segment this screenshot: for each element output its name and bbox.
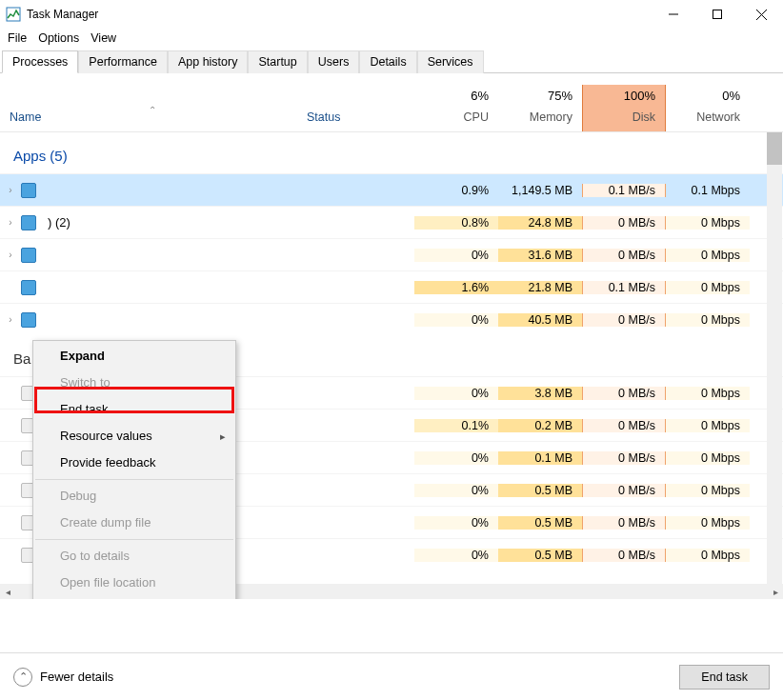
expander-icon[interactable]: › — [6, 314, 15, 325]
tab-services[interactable]: Services — [417, 50, 484, 73]
network-cell: 0 Mbps — [666, 451, 750, 465]
vertical-scrollbar[interactable] — [767, 132, 782, 599]
chevron-up-icon: ⌃ — [13, 668, 32, 687]
cpu-cell: 0.8% — [414, 216, 498, 230]
col-memory[interactable]: 75% Memory — [498, 85, 582, 131]
sort-caret-icon: ⌃ — [149, 105, 156, 115]
table-row[interactable]: ›0%31.6 MB0 MB/s0 Mbps — [0, 238, 783, 270]
network-cell: 0 Mbps — [666, 516, 750, 530]
column-headers: ⌃ Name Status 6% CPU 75% Memory 100% Dis… — [0, 85, 783, 132]
process-icon — [21, 215, 36, 230]
tab-processes[interactable]: Processes — [2, 50, 78, 73]
scroll-left-icon[interactable]: ◂ — [0, 584, 15, 599]
disk-cell: 0 MB/s — [582, 516, 666, 530]
fewer-details-button[interactable]: ⌃ Fewer details — [13, 668, 113, 687]
memory-cell: 31.6 MB — [498, 249, 582, 262]
titlebar: Task Manager — [0, 0, 783, 29]
memory-cell: 40.5 MB — [498, 313, 582, 327]
network-cell: 0 Mbps — [666, 281, 750, 294]
process-name-cell: › — [0, 312, 297, 328]
network-cell: 0 Mbps — [666, 216, 750, 230]
table-row[interactable]: ›0.9%1,149.5 MB0.1 MB/s0.1 Mbps — [0, 173, 783, 206]
disk-cell: 0.1 MB/s — [582, 184, 666, 197]
vertical-scroll-thumb[interactable] — [767, 132, 782, 165]
cpu-cell: 0% — [414, 313, 498, 327]
ctx-end-task[interactable]: End task — [33, 396, 235, 423]
memory-cell: 1,149.5 MB — [498, 184, 582, 197]
memory-cell: 0.5 MB — [498, 484, 582, 497]
menu-file[interactable]: File — [8, 31, 27, 45]
ctx-search-online[interactable]: Search online — [33, 596, 235, 599]
ctx-provide-feedback[interactable]: Provide feedback — [33, 450, 235, 476]
network-cell: 0 Mbps — [666, 313, 750, 327]
taskmanager-icon — [6, 7, 21, 22]
table-row[interactable]: 1.6%21.8 MB0.1 MB/s0 Mbps — [0, 270, 783, 303]
disk-cell: 0.1 MB/s — [582, 281, 666, 294]
col-disk[interactable]: 100% Disk — [582, 85, 666, 131]
disk-cell: 0 MB/s — [582, 249, 666, 262]
ctx-switch-to: Switch to — [33, 370, 235, 396]
process-name-suffix: ) (2) — [48, 215, 70, 230]
maximize-button[interactable] — [695, 0, 739, 29]
disk-cell: 0 MB/s — [582, 451, 666, 465]
cpu-cell: 1.6% — [414, 281, 498, 294]
menu-view[interactable]: View — [90, 31, 116, 45]
ctx-expand[interactable]: Expand — [33, 343, 235, 370]
network-cell: 0 Mbps — [666, 484, 750, 497]
footer: ⌃ Fewer details End task — [0, 652, 783, 700]
col-status[interactable]: Status — [297, 107, 414, 131]
menubar: File Options View — [0, 29, 783, 50]
memory-cell: 0.1 MB — [498, 451, 582, 465]
process-icon — [21, 183, 36, 198]
process-icon — [21, 248, 36, 263]
menu-options[interactable]: Options — [38, 31, 79, 45]
disk-cell: 0 MB/s — [582, 313, 666, 327]
close-button[interactable] — [739, 0, 783, 29]
tabstrip: Processes Performance App history Startu… — [0, 50, 783, 73]
col-name[interactable]: ⌃ Name — [0, 107, 297, 131]
group-apps[interactable]: Apps (5) — [0, 132, 783, 173]
memory-cell: 24.8 MB — [498, 216, 582, 230]
disk-cell: 0 MB/s — [582, 549, 666, 562]
expander-icon[interactable]: › — [6, 250, 15, 260]
process-name-cell: ›) (2) — [0, 215, 297, 230]
table-row[interactable]: ›0%40.5 MB0 MB/s0 Mbps — [0, 303, 783, 335]
ctx-debug: Debug — [33, 483, 235, 510]
network-cell: 0.1 Mbps — [666, 184, 750, 197]
network-cell: 0 Mbps — [666, 249, 750, 262]
end-task-button[interactable]: End task — [679, 665, 770, 690]
tab-startup[interactable]: Startup — [248, 50, 307, 73]
minimize-button[interactable] — [652, 0, 695, 29]
process-name-cell — [0, 280, 297, 295]
table-row[interactable]: ›) (2)0.8%24.8 MB0 MB/s0 Mbps — [0, 206, 783, 238]
tab-app-history[interactable]: App history — [168, 50, 249, 73]
cpu-cell: 0% — [414, 549, 498, 562]
expander-icon[interactable]: › — [6, 185, 15, 195]
col-cpu[interactable]: 6% CPU — [414, 85, 498, 131]
ctx-go-to-details: Go to details — [33, 543, 235, 570]
tab-users[interactable]: Users — [308, 50, 360, 73]
cpu-cell: 0% — [414, 249, 498, 262]
network-cell: 0 Mbps — [666, 419, 750, 432]
tab-details[interactable]: Details — [359, 50, 416, 73]
process-icon — [21, 312, 36, 328]
process-name-cell: › — [0, 183, 297, 198]
tab-performance[interactable]: Performance — [78, 50, 168, 73]
disk-cell: 0 MB/s — [582, 387, 666, 400]
cpu-cell: 0.1% — [414, 419, 498, 432]
disk-cell: 0 MB/s — [582, 419, 666, 432]
svg-rect-2 — [713, 10, 722, 19]
cpu-cell: 0% — [414, 387, 498, 400]
expander-icon[interactable]: › — [6, 217, 15, 228]
disk-cell: 0 MB/s — [582, 216, 666, 230]
memory-cell: 0.5 MB — [498, 549, 582, 562]
cpu-cell: 0.9% — [414, 184, 498, 197]
network-cell: 0 Mbps — [666, 387, 750, 400]
scroll-right-icon[interactable]: ▸ — [768, 584, 783, 599]
process-name-cell: › — [0, 248, 297, 263]
context-menu: Expand Switch to End task Resource value… — [32, 340, 236, 599]
ctx-resource-values[interactable]: Resource values ▸ — [33, 423, 235, 450]
cpu-cell: 0% — [414, 451, 498, 465]
ctx-create-dump: Create dump file — [33, 510, 235, 536]
col-network[interactable]: 0% Network — [666, 85, 750, 131]
